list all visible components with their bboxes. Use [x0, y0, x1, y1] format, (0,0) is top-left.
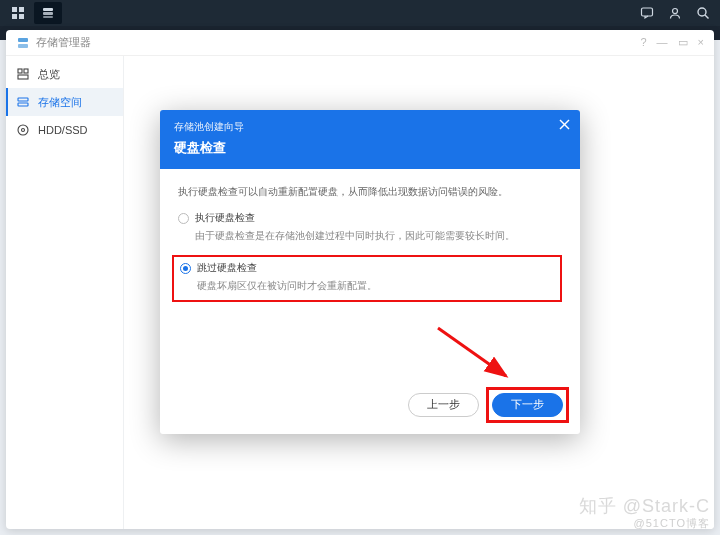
svg-rect-2: [12, 14, 17, 19]
taskbar-app-storage[interactable]: [34, 2, 62, 24]
radio-icon-checked: [180, 263, 191, 274]
svg-rect-14: [24, 69, 28, 73]
option1-description: 由于硬盘检查是在存储池创建过程中同时执行，因此可能需要较长时间。: [195, 229, 562, 243]
svg-rect-16: [18, 98, 28, 101]
svg-point-9: [698, 8, 706, 16]
app-icon: [16, 36, 30, 50]
dashboard-icon: [16, 67, 30, 81]
sidebar-item-hdd-ssd[interactable]: HDD/SSD: [6, 116, 123, 144]
svg-rect-0: [12, 7, 17, 12]
radio-option-perform-check[interactable]: 执行硬盘检查: [178, 211, 562, 225]
svg-rect-15: [18, 75, 28, 79]
svg-point-18: [18, 125, 28, 135]
svg-point-19: [22, 129, 25, 132]
window-help-button[interactable]: ?: [640, 36, 646, 49]
disk-check-dialog: 存储池创建向导 硬盘检查 执行硬盘检查可以自动重新配置硬盘，从而降低出现数据访问…: [160, 110, 580, 434]
taskbar-app-apps[interactable]: [4, 2, 32, 24]
svg-rect-11: [18, 38, 28, 42]
svg-point-8: [673, 9, 678, 14]
dialog-close-button[interactable]: [559, 118, 570, 133]
svg-rect-6: [43, 16, 53, 18]
user-icon: [668, 6, 682, 20]
sidebar: 总览 存储空间 HDD/SSD: [6, 56, 124, 529]
disk-stack-icon: [42, 7, 54, 19]
radio-label: 执行硬盘检查: [195, 211, 255, 225]
radio-icon: [178, 213, 189, 224]
dialog-supertitle: 存储池创建向导: [174, 120, 566, 134]
sidebar-item-label: 总览: [38, 67, 60, 82]
svg-rect-4: [43, 8, 53, 11]
sidebar-item-overview[interactable]: 总览: [6, 60, 123, 88]
sidebar-item-label: 存储空间: [38, 95, 82, 110]
dialog-header: 存储池创建向导 硬盘检查: [160, 110, 580, 169]
search-icon: [696, 6, 710, 20]
svg-rect-13: [18, 69, 22, 73]
dialog-body: 执行硬盘检查可以自动重新配置硬盘，从而降低出现数据访问错误的风险。 执行硬盘检查…: [160, 169, 580, 380]
back-button[interactable]: 上一步: [408, 393, 479, 417]
svg-rect-17: [18, 103, 28, 106]
svg-rect-7: [642, 8, 653, 16]
svg-line-10: [705, 15, 709, 19]
drive-icon: [16, 123, 30, 137]
close-icon: [559, 119, 570, 130]
top-taskbar: [0, 0, 720, 26]
dialog-intro-text: 执行硬盘检查可以自动重新配置硬盘，从而降低出现数据访问错误的风险。: [178, 185, 562, 199]
radio-label: 跳过硬盘检查: [197, 261, 257, 275]
taskbar-chat-icon[interactable]: [634, 2, 660, 24]
dialog-footer: 上一步 下一步: [160, 380, 580, 434]
chat-icon: [640, 6, 654, 20]
sidebar-item-storage[interactable]: 存储空间: [6, 88, 123, 116]
annotation-highlight-next-button: 下一步: [486, 387, 569, 423]
window-close-button[interactable]: ×: [698, 36, 704, 49]
window-max-button[interactable]: ▭: [678, 36, 688, 49]
option2-description: 硬盘坏扇区仅在被访问时才会重新配置。: [197, 279, 554, 293]
taskbar-user-icon[interactable]: [662, 2, 688, 24]
window-title: 存储管理器: [36, 35, 91, 50]
svg-rect-12: [18, 44, 28, 48]
window-controls: ? — ▭ ×: [640, 36, 704, 49]
svg-rect-1: [19, 7, 24, 12]
radio-option-skip-check[interactable]: 跳过硬盘检查: [180, 261, 554, 275]
grid-icon: [12, 7, 24, 19]
window-min-button[interactable]: —: [657, 36, 668, 49]
taskbar-search-icon[interactable]: [690, 2, 716, 24]
dialog-title: 硬盘检查: [174, 139, 566, 157]
sidebar-item-label: HDD/SSD: [38, 124, 88, 136]
svg-rect-5: [43, 12, 53, 15]
svg-rect-3: [19, 14, 24, 19]
storage-icon: [16, 95, 30, 109]
window-titlebar: 存储管理器 ? — ▭ ×: [6, 30, 714, 56]
next-button[interactable]: 下一步: [492, 393, 563, 417]
annotation-highlight-skip-option: 跳过硬盘检查 硬盘坏扇区仅在被访问时才会重新配置。: [172, 255, 562, 301]
